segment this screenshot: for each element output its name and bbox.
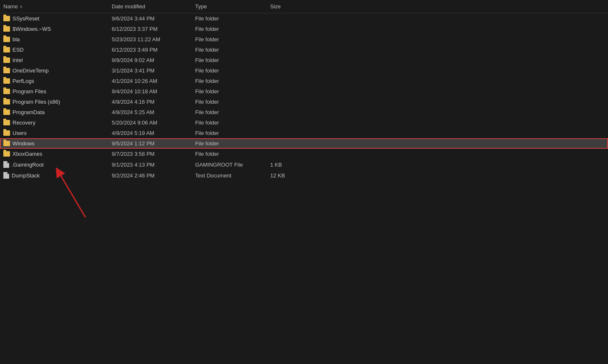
file-size: 1 KB [267,161,309,169]
file-name-text: ProgramData [13,109,45,115]
column-type[interactable]: Type [192,2,267,11]
folder-icon [3,16,10,21]
table-row[interactable]: OneDriveTemp3/1/2024 3:41 PMFile folder [0,65,608,76]
folder-icon [3,89,10,94]
file-name-cell: Program Files (x86) [0,98,108,106]
table-row[interactable]: ProgramData4/9/2024 5:25 AMFile folder [0,107,608,117]
file-size [267,70,309,72]
file-size [267,101,309,103]
folder-icon [3,151,10,157]
file-type: File folder [192,129,267,137]
file-name-text: Program Files [13,88,46,95]
file-size: 12 KB [267,172,309,180]
table-header: Name ∧ Date modified Type Size [0,0,608,13]
file-date: 4/9/2024 5:19 AM [108,129,192,137]
table-row[interactable]: Windows9/5/2024 1:12 PMFile folder [0,138,608,149]
table-row[interactable]: .GamingRoot9/1/2023 4:13 PMGAMINGROOT Fi… [0,159,608,170]
file-name-cell: .GamingRoot [0,160,108,169]
file-name-cell: Recovery [0,119,108,127]
table-row[interactable]: PerfLogs4/1/2024 10:26 AMFile folder [0,76,608,86]
file-date: 9/4/2024 10:18 AM [108,87,192,95]
file-size [267,91,309,92]
file-size [267,132,309,134]
file-name-cell: XboxGames [0,150,108,158]
file-type: File folder [192,87,267,95]
folder-icon [3,120,10,125]
file-date: 4/9/2024 5:25 AM [108,108,192,116]
column-name[interactable]: Name ∧ [0,2,108,11]
file-icon [3,161,9,168]
file-type: File folder [192,15,267,22]
file-name-cell: OneDriveTemp [0,67,108,75]
file-name-text: Windows [13,140,35,147]
file-type: File folder [192,56,267,64]
file-type: Text Document [192,172,267,180]
file-size [267,143,309,145]
file-date: 6/12/2023 3:37 PM [108,25,192,33]
file-type: File folder [192,150,267,158]
file-name-cell: Users [0,129,108,137]
file-name-cell: SSysReset [0,15,108,22]
file-type: File folder [192,67,267,75]
table-row[interactable]: Program Files9/4/2024 10:18 AMFile folde… [0,86,608,97]
file-name-cell: ProgramData [0,108,108,116]
table-row[interactable]: XboxGames9/7/2023 3:58 PMFile folder [0,149,608,159]
file-date: 9/6/2024 3:44 PM [108,15,192,22]
file-date: 9/9/2024 9:02 AM [108,56,192,64]
file-type: File folder [192,119,267,127]
file-name-cell: Intel [0,56,108,64]
file-name-cell: ESD [0,46,108,54]
file-name-text: XboxGames [13,151,43,157]
file-explorer: Name ∧ Date modified Type Size SSysReset… [0,0,608,364]
file-name-cell: PerfLogs [0,77,108,85]
file-date: 5/20/2024 9:06 AM [108,119,192,127]
file-date: 9/2/2024 2:46 PM [108,172,192,180]
file-type: File folder [192,140,267,147]
file-type: File folder [192,77,267,85]
file-date: 5/23/2023 11:22 AM [108,35,192,43]
file-list: SSysReset9/6/2024 3:44 PMFile folder$Win… [0,13,608,181]
table-row[interactable]: Recovery5/20/2024 9:06 AMFile folder [0,117,608,128]
file-type: File folder [192,108,267,116]
file-name-text: bla [13,36,20,42]
file-name-text: SSysReset [13,15,39,22]
file-date: 6/12/2023 3:49 PM [108,46,192,54]
file-type: File folder [192,25,267,33]
file-icon [3,172,9,179]
table-row[interactable]: ESD6/12/2023 3:49 PMFile folder [0,45,608,55]
file-type: File folder [192,98,267,106]
folder-icon [3,130,10,136]
file-name-text: Users [13,130,27,136]
table-row[interactable]: SSysReset9/6/2024 3:44 PMFile folder [0,13,608,24]
file-name-cell: Program Files [0,87,108,95]
table-row[interactable]: Program Files (x86)4/9/2024 4:16 PMFile … [0,97,608,107]
file-name-cell: $Windows.~WS [0,25,108,33]
file-size [267,60,309,61]
sort-arrow-icon: ∧ [20,4,23,9]
table-row[interactable]: $Windows.~WS6/12/2023 3:37 PMFile folder [0,24,608,34]
folder-icon [3,110,10,115]
column-date-modified[interactable]: Date modified [108,2,192,11]
file-date: 3/1/2024 3:41 PM [108,67,192,75]
folder-icon [3,37,10,42]
file-date: 4/1/2024 10:26 AM [108,77,192,85]
table-row[interactable]: bla5/23/2023 11:22 AMFile folder [0,34,608,45]
file-size [267,122,309,124]
file-name-text: OneDriveTemp [13,67,49,74]
file-date: 9/1/2023 4:13 PM [108,161,192,169]
file-name-text: ESD [13,47,24,53]
table-row[interactable]: Users4/9/2024 5:19 AMFile folder [0,128,608,138]
table-row[interactable]: Intel9/9/2024 9:02 AMFile folder [0,55,608,65]
file-size [267,28,309,30]
file-name-cell: Windows [0,140,108,147]
file-type: File folder [192,35,267,43]
column-size[interactable]: Size [267,2,309,11]
file-size [267,112,309,113]
file-size [267,80,309,82]
file-date: 4/9/2024 4:16 PM [108,98,192,106]
table-row[interactable]: DumpStack9/2/2024 2:46 PMText Document12… [0,170,608,181]
file-size [267,153,309,155]
file-name-text: Intel [13,57,23,63]
folder-icon [3,26,10,32]
file-size [267,18,309,20]
